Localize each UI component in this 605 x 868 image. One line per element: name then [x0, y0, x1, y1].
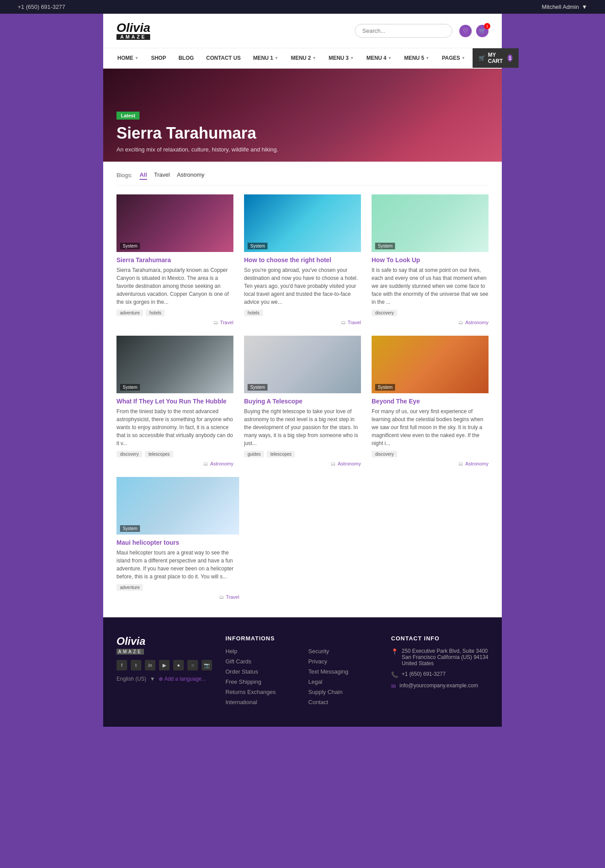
tag[interactable]: adventure: [116, 310, 143, 316]
nav-menu4[interactable]: MENU 4 ▼: [361, 50, 397, 66]
tag[interactable]: guides: [244, 451, 264, 457]
blog-card-image: System: [372, 336, 489, 393]
blog-card-excerpt: Maui helicopter tours are a great way to…: [116, 549, 239, 581]
admin-dropdown-arrow[interactable]: ▼: [582, 4, 587, 10]
blog-card-category: 🗂 Astronomy: [116, 461, 233, 466]
blog-card-image: System: [244, 194, 361, 252]
blog-card: System Beyond The Eye For many of us, ou…: [372, 336, 489, 466]
tag[interactable]: discovery: [116, 451, 142, 457]
hero-section: Latest Sierra Tarahumara An exciting mix…: [103, 69, 502, 162]
add-language[interactable]: ⊕ Add a language...: [159, 676, 206, 682]
card-image-label: System: [120, 243, 140, 249]
menu1-arrow: ▼: [275, 56, 279, 60]
nav-menu2[interactable]: MENU 2 ▼: [286, 50, 322, 66]
blog-card-title[interactable]: Buying A Telescope: [244, 398, 361, 405]
contact-email: ✉ info@yourcompany.example.com: [391, 682, 489, 690]
footer-link-help[interactable]: Help: [225, 648, 295, 655]
nav-shop[interactable]: SHOP: [146, 50, 171, 66]
blog-card-title[interactable]: How To Look Up: [372, 256, 489, 264]
blog-card: System What If They Let You Run The Hubb…: [116, 336, 233, 466]
footer-link-giftcards[interactable]: Gift Cards: [225, 658, 295, 665]
footer-link-international[interactable]: International: [225, 699, 295, 705]
pages-arrow: ▼: [462, 56, 465, 60]
card-image-label: System: [375, 384, 395, 391]
nav-blog[interactable]: BLOG: [173, 50, 199, 66]
blog-filters: Blogs: All Travel Astronomy: [116, 170, 489, 186]
footer-language[interactable]: English (US) ▼ ⊕ Add a language...: [116, 676, 212, 682]
nav-cart[interactable]: 🛒 MY CART 1: [473, 48, 519, 68]
social-youtube[interactable]: ▶: [159, 660, 170, 670]
footer-link-contact[interactable]: Contact: [308, 699, 378, 705]
footer-logo-olivia: Olivia: [116, 635, 145, 647]
nav-contact[interactable]: CONTACT US: [201, 50, 246, 66]
nav-menu5[interactable]: MENU 5 ▼: [399, 50, 434, 66]
site-footer: Olivia AMAZE f t in ▶ ● ○ 📷 English (US)…: [103, 617, 502, 727]
cart-badge: 1: [484, 23, 490, 29]
social-twitter[interactable]: t: [131, 660, 141, 670]
tag[interactable]: hotels: [244, 310, 263, 316]
card-image-label: System: [248, 243, 268, 249]
filter-travel[interactable]: Travel: [154, 170, 170, 180]
blog-card-tags: discovery: [372, 310, 489, 316]
filter-all[interactable]: All: [140, 170, 147, 180]
wishlist-icon[interactable]: ♡: [459, 25, 472, 37]
blog-card-category: 🗂 Travel: [116, 320, 233, 325]
footer-link-freeshipping[interactable]: Free Shipping: [225, 678, 295, 685]
site-header: Olivia AMAZE ♡ 🛒 1: [103, 14, 502, 48]
tag[interactable]: hotels: [146, 310, 165, 316]
nav-menu1[interactable]: MENU 1 ▼: [248, 50, 283, 66]
blog-card: System How to choose the right hotel So …: [244, 194, 361, 325]
blog-card: System Buying A Telescope Buying the rig…: [244, 336, 361, 466]
blog-card-title[interactable]: How to choose the right hotel: [244, 256, 361, 264]
social-facebook[interactable]: f: [116, 660, 127, 670]
tag[interactable]: discovery: [372, 451, 397, 457]
footer-link-returns[interactable]: Returns Exchanges: [225, 689, 295, 695]
header-icons: ♡ 🛒 1: [459, 25, 489, 37]
tag[interactable]: adventure: [116, 584, 143, 591]
footer-link-textmessaging[interactable]: Text Messaging: [308, 668, 378, 675]
filter-astronomy[interactable]: Astronomy: [177, 170, 204, 180]
card-image-label: System: [120, 384, 140, 391]
footer-link-security[interactable]: Security: [308, 648, 378, 655]
social-linkedin[interactable]: in: [145, 660, 155, 670]
lang-arrow: ▼: [150, 676, 155, 682]
blog-card-category: 🗂 Astronomy: [244, 461, 361, 466]
blog-card: System Sierra Tarahumara Sierra Tarahuma…: [116, 194, 233, 325]
address-text: 250 Executive Park Blvd, Suite 3400 San …: [402, 648, 489, 666]
footer-link-legal[interactable]: Legal: [308, 678, 378, 685]
nav-home[interactable]: HOME ▼: [112, 50, 144, 66]
blog-card-image: System: [244, 336, 361, 393]
footer-logo[interactable]: Olivia AMAZE: [116, 635, 212, 655]
blog-card-title[interactable]: Beyond The Eye: [372, 398, 489, 405]
tag[interactable]: discovery: [372, 310, 397, 316]
blog-card-title[interactable]: Sierra Tarahumara: [116, 256, 233, 264]
site-wrapper: Olivia AMAZE ♡ 🛒 1 HOME ▼ SHOP BLOG CONT…: [103, 14, 502, 727]
blog-card-category: 🗂 Travel: [244, 320, 361, 325]
blog-card-title[interactable]: What If They Let You Run The Hubble: [116, 398, 233, 405]
nav-pages[interactable]: PAGES ▼: [437, 50, 471, 66]
admin-name: Mitchell Admin: [542, 4, 579, 10]
social-instagram[interactable]: 📷: [202, 660, 212, 670]
site-nav: HOME ▼ SHOP BLOG CONTACT US MENU 1 ▼ MEN…: [103, 48, 502, 69]
social-circle2[interactable]: ○: [187, 660, 198, 670]
search-input[interactable]: [355, 24, 452, 38]
blog-card-title[interactable]: Maui helicopter tours: [116, 539, 239, 546]
blog-card-category: 🗂 Astronomy: [372, 320, 489, 325]
tag[interactable]: telescopes: [267, 451, 295, 457]
tag[interactable]: telescopes: [145, 451, 173, 457]
blog-card-excerpt: From the tiniest baby to the most advanc…: [116, 407, 233, 447]
social-circle1[interactable]: ●: [173, 660, 184, 670]
footer-social: f t in ▶ ● ○ 📷: [116, 660, 212, 670]
admin-area[interactable]: Mitchell Admin ▼: [542, 4, 587, 10]
nav-menu3[interactable]: MENU 3 ▼: [323, 50, 359, 66]
footer-link-orderstatus[interactable]: Order Status: [225, 668, 295, 675]
blog-card-category: 🗂 Travel: [116, 594, 239, 600]
hero-content: Latest Sierra Tarahumara An exciting mix…: [116, 112, 489, 153]
hero-subtitle: An exciting mix of relaxation, culture, …: [116, 146, 489, 153]
footer-logo-amaze: AMAZE: [116, 649, 144, 655]
footer-link-privacy[interactable]: Privacy: [308, 658, 378, 665]
cart-icon[interactable]: 🛒 1: [476, 25, 489, 37]
footer-link-supplychain[interactable]: Supply Chain: [308, 689, 378, 695]
site-logo[interactable]: Olivia AMAZE: [116, 22, 150, 40]
blog-card-image: System: [116, 336, 233, 393]
